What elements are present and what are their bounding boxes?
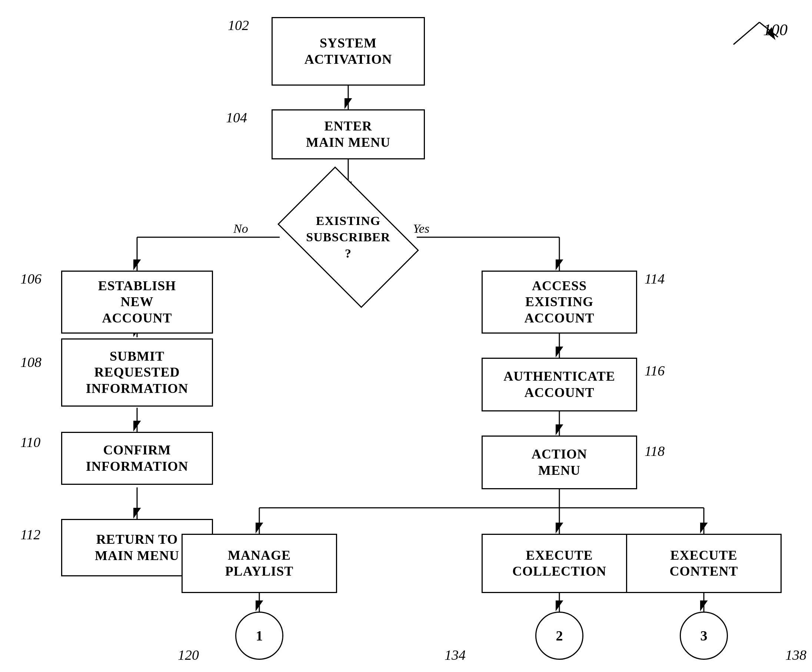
confirm-information-label: CONFIRM INFORMATION	[86, 442, 188, 474]
system-activation-box: SYSTEM ACTIVATION	[271, 17, 425, 85]
existing-subscriber-diamond: EXISTINGSUBSCRIBER?	[289, 193, 408, 282]
existing-subscriber-label: EXISTINGSUBSCRIBER?	[306, 213, 390, 262]
connector-circle-1: 1	[235, 612, 283, 660]
connector-circle-3: 3	[680, 612, 728, 660]
ref-106: 106	[20, 270, 41, 287]
access-existing-account-box: ACCESS EXISTING ACCOUNT	[481, 270, 637, 333]
action-menu-box: ACTION MENU	[481, 436, 637, 489]
ref-104: 104	[226, 109, 247, 126]
manage-playlist-label: MANAGE PLAYLIST	[225, 547, 294, 579]
no-label: No	[234, 222, 248, 236]
ref-116: 116	[645, 363, 665, 379]
connector-2-label: 2	[556, 628, 563, 644]
ref-102: 102	[228, 17, 249, 33]
flowchart-diagram: SYSTEM ACTIVATION 102 ENTER MAIN MENU 10…	[0, 0, 812, 672]
execute-content-label: EXECUTE CONTENT	[669, 547, 738, 579]
ref-120: 120	[178, 647, 199, 663]
confirm-information-box: CONFIRM INFORMATION	[61, 432, 213, 485]
connector-3-label: 3	[701, 628, 708, 644]
manage-playlist-box: MANAGE PLAYLIST	[181, 534, 337, 593]
ref-114: 114	[645, 270, 665, 287]
ref-110: 110	[20, 434, 40, 450]
enter-main-menu-label: ENTER MAIN MENU	[306, 118, 391, 150]
authenticate-account-box: AUTHENTICATE ACCOUNT	[481, 358, 637, 411]
yes-label: Yes	[413, 222, 429, 236]
authenticate-account-label: AUTHENTICATE ACCOUNT	[503, 368, 615, 400]
access-existing-account-label: ACCESS EXISTING ACCOUNT	[524, 278, 594, 326]
execute-content-box: EXECUTE CONTENT	[626, 534, 781, 593]
establish-new-account-label: ESTABLISH NEW ACCOUNT	[98, 278, 176, 326]
ref-108: 108	[20, 354, 41, 370]
ref-138: 138	[785, 647, 807, 663]
connector-1-label: 1	[256, 628, 263, 644]
enter-main-menu-box: ENTER MAIN MENU	[271, 109, 425, 159]
connector-circle-2: 2	[535, 612, 583, 660]
execute-collection-box: EXECUTE COLLECTION	[481, 534, 637, 593]
figure-number: 100	[763, 21, 788, 39]
ref-118: 118	[645, 443, 665, 459]
submit-requested-info-box: SUBMIT REQUESTED INFORMATION	[61, 339, 213, 407]
action-menu-label: ACTION MENU	[532, 446, 587, 478]
establish-new-account-box: ESTABLISH NEW ACCOUNT	[61, 270, 213, 333]
execute-collection-label: EXECUTE COLLECTION	[512, 547, 606, 579]
svg-line-21	[734, 22, 759, 44]
return-to-main-menu-label: RETURN TO MAIN MENU	[95, 532, 179, 563]
ref-112: 112	[20, 526, 40, 543]
submit-requested-info-label: SUBMIT REQUESTED INFORMATION	[86, 349, 188, 397]
system-activation-label: SYSTEM ACTIVATION	[305, 35, 392, 67]
ref-134: 134	[445, 647, 466, 663]
